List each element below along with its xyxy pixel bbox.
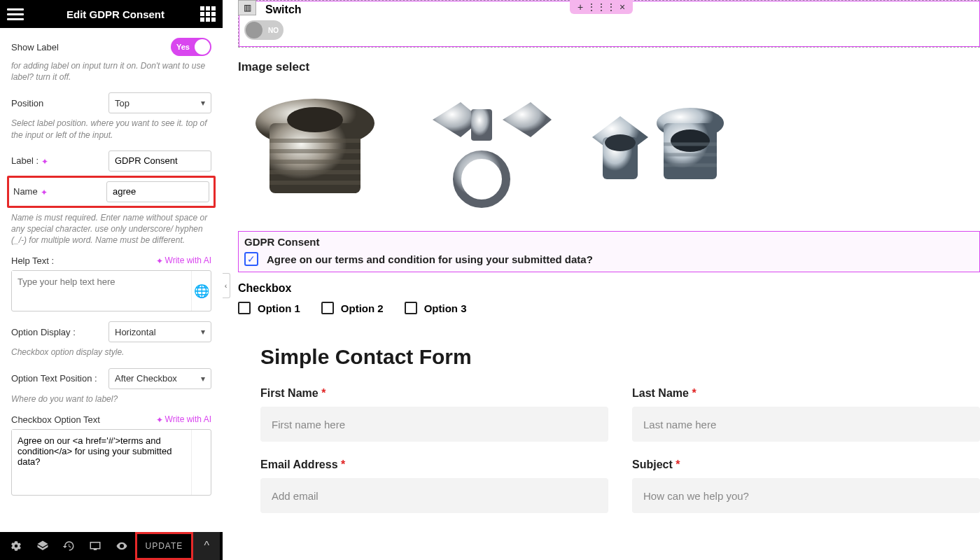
panel-tab-icon[interactable]: ▥ [238,0,256,15]
svg-rect-10 [471,109,492,141]
editor-sidebar: Edit GDPR Consent Show Label Yes for add… [0,0,223,560]
name-field-highlight: Name✦ [7,176,216,208]
option-display-label: Option Display : [11,327,108,337]
gdpr-text: Agree on our terms and condition for usi… [267,253,593,265]
element-controls: + ⋮⋮⋮ × [570,0,633,14]
name-field-desc: Name is must required. Enter name withou… [11,212,211,246]
first-name-input[interactable] [260,407,608,442]
label-field-input[interactable] [108,150,211,172]
svg-marker-9 [503,102,552,137]
write-with-ai-link-2[interactable]: ✦Write with AI [153,414,211,425]
show-label-desc: for adding label on input turn it on. Do… [11,60,211,83]
image-option-1[interactable] [238,81,392,221]
checkbox-option-text-label: Checkbox Option Text [11,414,100,425]
show-label-label: Show Label [11,42,171,52]
history-icon[interactable] [55,532,82,560]
label-field-label: Label :✦ [11,155,108,167]
first-name-label: First Name * [260,387,608,400]
svg-point-7 [287,107,343,132]
write-with-ai-link[interactable]: ✦Write with AI [153,255,211,266]
subject-label: Subject * [632,458,980,471]
gdpr-checkbox[interactable]: ✓ [244,252,258,266]
switch-toggle[interactable]: NO [244,20,284,40]
image-select-heading: Image select [238,60,980,74]
gdpr-heading: GDPR Consent [244,236,974,248]
sparkle-icon: ✦ [41,157,48,167]
layers-icon[interactable] [29,532,56,560]
name-field-label: Name✦ [13,186,106,197]
option-display-select[interactable]: Horizontal [108,321,211,342]
apps-icon[interactable] [200,6,216,22]
subject-input[interactable] [632,478,980,513]
sidebar-body: Show Label Yes for adding label on input… [0,28,223,532]
chevron-up-icon[interactable]: ^ [193,532,220,560]
checkbox-option-text-textarea[interactable]: Agree on our <a href='#'>terms and condi… [12,430,190,493]
option-text-pos-select[interactable]: After Checkbox [108,368,211,389]
help-text-label: Help Text : [11,255,54,266]
checkbox-option[interactable]: Option 3 [405,302,467,314]
name-field-input[interactable] [106,181,209,202]
last-name-input[interactable] [632,407,980,442]
sidebar-footer: UPDATE ^ [0,532,223,560]
update-button[interactable]: UPDATE [137,532,192,560]
collapse-sidebar-icon[interactable]: ‹ [223,273,230,298]
svg-point-17 [671,130,710,152]
checkbox-option[interactable]: Option 1 [238,302,300,314]
help-text-textarea[interactable] [12,271,190,309]
option-text-pos-desc: Where do you want to label? [11,393,211,405]
show-label-toggle[interactable]: Yes [171,38,211,56]
svg-point-14 [605,134,636,151]
checkbox-block: Checkbox Option 1 Option 2 Option 3 [238,282,980,314]
preview-icon[interactable] [108,532,135,560]
emoji-icon[interactable]: 🌐 [191,271,211,311]
email-input[interactable] [260,478,608,513]
last-name-label: Last Name * [632,387,980,400]
image-select-row [238,81,980,221]
image-option-3[interactable] [571,81,739,221]
textarea-side[interactable] [191,430,211,495]
position-label: Position [11,98,108,108]
option-display-desc: Checkbox option display style. [11,346,211,358]
update-highlight: UPDATE [135,532,194,560]
contact-form-heading: Simple Contact Form [260,345,980,369]
help-text-wrap: 🌐 [11,270,211,312]
canvas: ‹ + ⋮⋮⋮ × ▥ Switch NO Image select [223,0,980,560]
option-text-pos-label: Option Text Position : [11,373,108,384]
close-icon[interactable]: × [612,0,633,14]
position-desc: Select label position. where you want to… [11,118,211,140]
svg-point-11 [457,155,506,204]
sidebar-header: Edit GDPR Consent [0,0,223,28]
checkbox-option[interactable]: Option 2 [321,302,384,314]
menu-icon[interactable] [7,6,24,22]
checkbox-heading: Checkbox [238,282,980,295]
settings-icon[interactable] [3,532,29,560]
gdpr-consent-block[interactable]: GDPR Consent ✓ Agree on our terms and co… [238,231,980,272]
sparkle-icon: ✦ [41,188,48,197]
contact-form: Simple Contact Form First Name * Last Na… [260,345,980,513]
drag-icon[interactable]: ⋮⋮⋮ [591,0,612,14]
checkbox-option-text-wrap: Agree on our <a href='#'>terms and condi… [11,429,211,496]
sidebar-title: Edit GDPR Consent [31,8,200,20]
image-option-2[interactable] [405,81,559,221]
responsive-icon[interactable] [82,532,108,560]
email-label: Email Address * [260,458,608,471]
position-select[interactable]: Top [108,92,211,113]
